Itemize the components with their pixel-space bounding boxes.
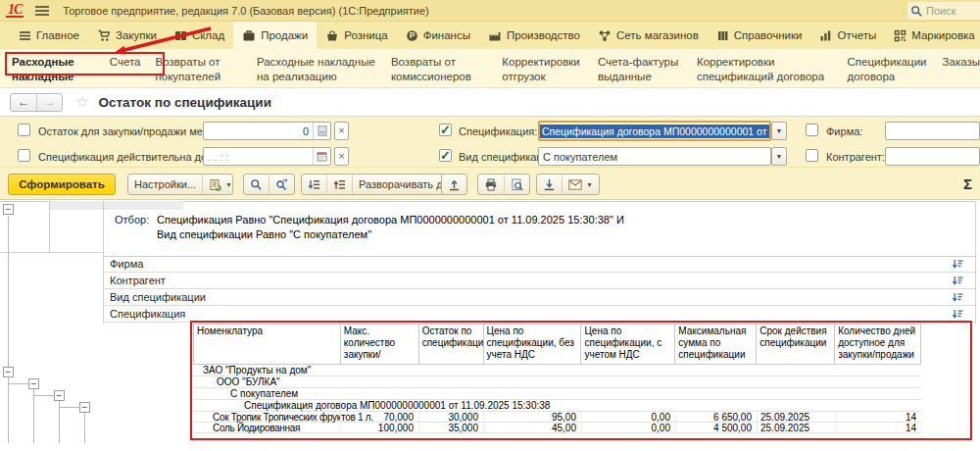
specification-field[interactable]: Спецификация договора МП0000000000001 от… [538, 121, 771, 141]
column-header[interactable]: Срок действия спецификации [757, 325, 835, 365]
tree-expander[interactable] [79, 402, 90, 413]
tree-expander[interactable] [3, 367, 14, 377]
section-tab[interactable]: Расходные накладные [12, 55, 95, 87]
tree-expander[interactable] [3, 204, 14, 215]
table-cell[interactable]: 95,00 [483, 412, 581, 423]
section-tab[interactable]: Счета-фактуры выданные [598, 55, 682, 87]
menu-item[interactable]: Закупки [88, 22, 166, 49]
table-cell[interactable]: 0,00 [581, 412, 675, 423]
valid-until-checkbox[interactable] [18, 149, 30, 162]
table-group-row[interactable]: ЗАО "Продукты на дом" [193, 365, 921, 376]
calendar-icon[interactable] [313, 148, 330, 165]
report-group-row[interactable]: Контрагент [103, 273, 975, 289]
column-header[interactable]: Количество дней доступное для закупки/пр… [835, 325, 921, 365]
menu-item[interactable]: Производство [479, 22, 589, 49]
firm-field[interactable] [885, 122, 980, 140]
table-cell[interactable]: 25.09.2025 [757, 412, 835, 423]
menu-item[interactable]: Склад [166, 22, 233, 49]
table-cell[interactable]: 14 [835, 412, 921, 423]
system-menu-icon[interactable] [35, 6, 49, 16]
spec-kind-field[interactable]: С покупателем [538, 147, 771, 166]
section-tab[interactable]: Корректировки отгрузок [502, 55, 583, 87]
expand-levels-button[interactable] [302, 175, 326, 194]
table-cell[interactable]: 4 500,00 [675, 423, 757, 433]
upload-button[interactable] [442, 175, 466, 194]
sort-icon[interactable] [952, 259, 963, 272]
report-group-row[interactable]: Вид спецификации [103, 289, 975, 306]
menu-item[interactable]: Маркировка [885, 22, 980, 49]
spec-kind-checkbox[interactable]: ✓ [439, 149, 452, 162]
table-cell[interactable]: 6 650,00 [675, 412, 757, 423]
balance-filter-input[interactable]: 0 [203, 122, 331, 140]
calculator-icon[interactable] [313, 123, 330, 139]
table-cell[interactable]: 35,000 [418, 423, 483, 433]
column-header[interactable]: Максимальная сумма по спецификации [675, 325, 757, 365]
section-tab[interactable]: Заказы [943, 55, 980, 87]
global-search-input[interactable]: Поиск [907, 2, 980, 20]
sort-icon[interactable] [952, 292, 963, 305]
table-cell[interactable]: 14 [835, 423, 921, 433]
save-button[interactable] [537, 175, 562, 194]
print-button[interactable] [478, 175, 504, 194]
firm-checkbox[interactable] [806, 124, 818, 136]
sort-icon[interactable] [952, 309, 963, 322]
section-tab[interactable]: Корректировки спецификаций договора [697, 55, 833, 87]
table-row[interactable]: Сок Тропик Тропических фруктов 1 л.70,00… [193, 412, 921, 423]
send-mail-button[interactable] [562, 175, 599, 194]
valid-until-clear-button[interactable] [334, 147, 349, 166]
counterparty-field[interactable] [885, 147, 980, 166]
print-preview-button[interactable] [504, 175, 529, 194]
favorite-star-icon[interactable] [75, 93, 88, 111]
table-cell[interactable]: 45,00 [483, 423, 581, 433]
menu-item[interactable]: Справочники [708, 22, 811, 49]
section-tab[interactable]: Возвраты от покупателей [156, 55, 242, 87]
specification-dropdown-button[interactable] [771, 122, 787, 140]
section-tab[interactable]: Счета [110, 55, 141, 87]
back-button[interactable] [11, 94, 36, 111]
menu-item[interactable]: Розница [317, 22, 396, 49]
balance-clear-button[interactable] [334, 122, 349, 140]
menu-item[interactable]: Продажи [233, 22, 317, 49]
section-tab[interactable]: Спецификации договора [848, 55, 928, 87]
menu-item[interactable]: PФинансы [397, 22, 479, 49]
settings-button[interactable]: Настройки... [128, 175, 202, 194]
menu-item[interactable]: Главное [10, 22, 88, 49]
table-cell[interactable]: 30,000 [418, 412, 483, 423]
table-group-row[interactable]: Спецификация договора МП0000000000001 от… [193, 400, 921, 412]
specification-checkbox[interactable]: ✓ [439, 124, 452, 136]
balance-filter-checkbox[interactable] [18, 124, 30, 136]
table-cell[interactable]: 70,000 [340, 412, 418, 423]
find-next-button[interactable] [269, 175, 294, 194]
column-header[interactable]: Цена по спецификации, без учета НДС [484, 325, 582, 365]
table-group-row[interactable]: ООО "БУЛКА" [193, 376, 921, 388]
valid-until-input[interactable]: . . : : [203, 147, 331, 166]
menu-item[interactable]: Отчеты [810, 22, 885, 49]
find-button[interactable] [244, 175, 269, 194]
counterparty-checkbox[interactable] [806, 149, 818, 162]
expand-levels-icon [308, 178, 320, 191]
column-header[interactable]: Цена по спецификации, с учетом НДС [581, 325, 675, 365]
table-row[interactable]: Соль Йодированная100,00035,00045,000,004… [193, 423, 921, 433]
table-group-row[interactable]: С покупателем [193, 388, 921, 400]
report-group-row[interactable]: Спецификация [103, 306, 975, 323]
section-tab[interactable]: Расходные накладные на реализацию [257, 55, 376, 87]
report-group-row[interactable]: Фирма [103, 256, 975, 273]
section-tab[interactable]: Возвраты от комиссионеров [391, 55, 487, 87]
column-header[interactable]: Номенклатура [194, 325, 341, 365]
tree-expander[interactable] [54, 390, 65, 401]
forward-button[interactable] [36, 94, 62, 111]
table-cell[interactable]: 25.09.2025 [757, 423, 835, 433]
column-header[interactable]: Макс. количество закупки/продажи [341, 325, 419, 365]
table-cell[interactable]: 0,00 [581, 423, 675, 433]
report-variants-button[interactable] [202, 175, 233, 194]
menu-item[interactable]: Сеть магазинов [589, 22, 708, 49]
table-cell[interactable]: 100,000 [340, 423, 418, 433]
autosum-indicator[interactable]: Σ [963, 175, 972, 192]
column-header[interactable]: Остаток по спецификации [419, 325, 484, 365]
tree-expander[interactable] [28, 378, 39, 389]
generate-button[interactable]: Сформировать [8, 174, 116, 195]
spec-kind-dropdown-button[interactable] [771, 147, 787, 166]
reports-icon [819, 29, 832, 42]
sort-icon[interactable] [952, 276, 963, 288]
collapse-levels-button[interactable] [326, 175, 352, 194]
